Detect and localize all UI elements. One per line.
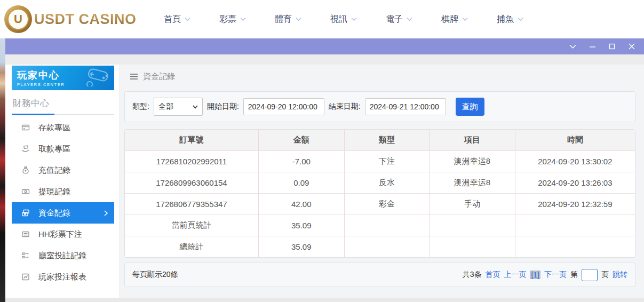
players-center-banner: 玩家中心 PLAYERS CENTER xyxy=(12,66,114,90)
main-content: 資金記錄 類型: 全部 開始日期: 結束日期: 查詢 xyxy=(120,65,644,298)
nav-item-lottery[interactable]: 彩票 xyxy=(205,14,260,25)
first-page-link[interactable]: 首页 xyxy=(485,270,500,280)
nav-item-fishing[interactable]: 捕魚 xyxy=(482,14,538,25)
type-label: 類型: xyxy=(132,102,149,112)
breadcrumb: 資金記錄 xyxy=(120,65,644,88)
sidebar-item-player-bet-report[interactable]: 玩家投注報表 xyxy=(12,266,114,288)
col-order-number: 訂單號 xyxy=(125,130,258,150)
cash-stack-icon xyxy=(21,209,30,217)
window-bottom-edge xyxy=(5,298,644,302)
nav-item-live[interactable]: 視訊 xyxy=(316,14,371,25)
sidebar-item-deposit[interactable]: 存款專區 xyxy=(12,117,114,138)
funds-table: 訂單號 金額 類型 項目 時間 1726810202992011 -7.00 下… xyxy=(124,129,635,258)
chevron-down-icon xyxy=(462,17,468,21)
current-page-badge: [1] xyxy=(530,271,540,279)
sidebar-menu: 存款專區 取款專區 充值記錄 xyxy=(5,117,120,288)
next-page-link[interactable]: 下一页 xyxy=(544,270,567,280)
minimize-icon[interactable] xyxy=(589,43,596,50)
collapse-icon[interactable] xyxy=(569,43,576,50)
bullet-list-icon xyxy=(21,251,30,260)
page-title: 資金記錄 xyxy=(143,71,175,82)
site-logo[interactable]: U USDT CASINO xyxy=(4,5,138,33)
app-window: 玩家中心 PLAYERS CENTER 財務中心 存款專區 xyxy=(5,38,644,298)
sidebar-item-recharge-record[interactable]: 充值記錄 xyxy=(12,160,114,181)
background-photo xyxy=(0,38,5,302)
table-row: 1726809963060154 0.09 反水 澳洲幸运8 2024-09-2… xyxy=(125,172,635,193)
chevron-down-icon xyxy=(296,17,301,21)
jump-link[interactable]: 跳转 xyxy=(613,270,627,280)
gamepad-icon xyxy=(83,68,111,86)
type-select[interactable]: 全部 xyxy=(154,98,203,116)
pager: 共3条 首页 上一页 [1] 下一页 第 页 跳转 xyxy=(463,269,627,281)
chevron-right-icon xyxy=(104,210,108,216)
site-header: U USDT CASINO 首頁 彩票 體育 視訊 電子 棋牌 捕魚 xyxy=(0,0,644,38)
nav-item-slots[interactable]: 電子 xyxy=(371,14,427,25)
jump-prefix-label: 第 xyxy=(570,270,578,280)
page-size-text: 每頁顯示20條 xyxy=(132,270,178,280)
section-personal-center: 個人中心 xyxy=(12,291,114,298)
chevron-down-icon xyxy=(185,17,190,21)
chevron-down-icon xyxy=(240,17,246,21)
col-time: 時間 xyxy=(515,130,635,150)
chevron-down-icon xyxy=(193,105,198,109)
table-row-grand-total: 總統計 35.09 xyxy=(125,236,635,257)
sidebar-item-funds-record[interactable]: 資金記錄 xyxy=(12,202,114,224)
hand-money-icon xyxy=(21,145,30,153)
sidebar-item-withdraw-record[interactable]: 提現記錄 xyxy=(12,181,114,202)
total-count-text: 共3条 xyxy=(463,270,482,280)
sidebar-item-withdraw[interactable]: 取款專區 xyxy=(12,138,114,160)
window-chrome-strip xyxy=(5,54,644,65)
sidebar: 玩家中心 PLAYERS CENTER 財務中心 存款專區 xyxy=(5,65,120,298)
ticket-list-icon xyxy=(21,230,30,239)
nav-item-sports[interactable]: 體育 xyxy=(260,14,316,25)
end-date-input[interactable] xyxy=(365,98,446,115)
section-finance-center: 財務中心 xyxy=(12,90,114,115)
main-nav: 首頁 彩票 體育 視訊 電子 棋牌 捕魚 xyxy=(149,14,538,25)
window-titlebar xyxy=(5,38,644,54)
close-icon[interactable] xyxy=(628,43,635,50)
jump-page-input[interactable] xyxy=(582,269,598,281)
chevron-down-icon xyxy=(351,17,357,21)
table-row: 1726806779355347 42.00 彩金 手动 2024-09-20 … xyxy=(125,193,635,214)
chart-report-icon xyxy=(21,273,30,281)
prev-page-link[interactable]: 上一页 xyxy=(504,270,526,280)
start-date-label: 開始日期: xyxy=(207,102,239,112)
jump-suffix-label: 页 xyxy=(601,270,609,280)
logo-text: USDT CASINO xyxy=(34,11,137,28)
start-date-input[interactable] xyxy=(243,98,324,115)
col-type: 類型 xyxy=(344,130,430,150)
money-bag-icon xyxy=(21,166,30,174)
col-item: 項目 xyxy=(430,130,515,150)
nav-item-home[interactable]: 首頁 xyxy=(149,14,205,25)
sidebar-item-room-bet-records[interactable]: 廳室投註記錄 xyxy=(12,245,114,266)
search-button[interactable]: 查詢 xyxy=(456,98,484,116)
table-header-row: 訂單號 金額 類型 項目 時間 xyxy=(125,130,635,150)
table-row-page-total: 當前頁統計 35.09 xyxy=(125,214,635,236)
bank-card-icon xyxy=(21,123,30,132)
col-amount: 金額 xyxy=(258,130,344,150)
hamburger-icon[interactable] xyxy=(130,73,138,80)
sidebar-item-hh-lottery-bets[interactable]: HH彩票下注 xyxy=(12,224,114,245)
logo-icon: U xyxy=(4,5,32,33)
chevron-down-icon xyxy=(518,17,523,21)
pagination-bar: 每頁顯示20條 共3条 首页 上一页 [1] 下一页 第 页 跳转 xyxy=(124,263,635,287)
chevron-down-icon xyxy=(407,17,412,21)
nav-item-cards[interactable]: 棋牌 xyxy=(427,14,482,25)
maximize-icon[interactable] xyxy=(608,43,616,50)
banknote-icon xyxy=(21,187,30,196)
end-date-label: 結束日期: xyxy=(329,102,361,112)
filter-bar: 類型: 全部 開始日期: 結束日期: 查詢 xyxy=(124,91,635,122)
table-row: 1726810202992011 -7.00 下注 澳洲幸运8 2024-09-… xyxy=(125,150,635,172)
